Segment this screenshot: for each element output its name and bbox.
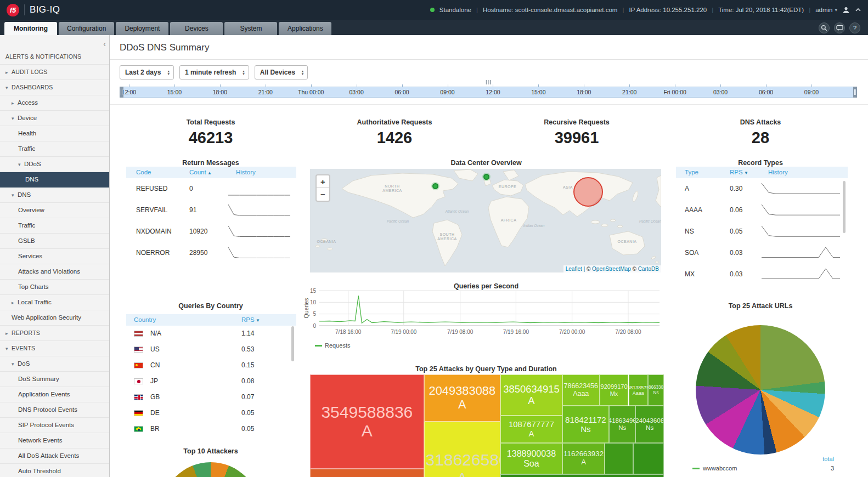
sidebar-item-reports[interactable]: ▸REPORTS xyxy=(0,326,109,341)
cell-count: 0 xyxy=(189,178,193,200)
country-table-scrollbar[interactable] xyxy=(291,326,294,361)
sidebar-item-label: ALERTS & NOTIFICATIONS xyxy=(5,53,81,60)
device-select[interactable]: All Devices▴▾ xyxy=(255,65,308,80)
sidebar-item-all-dos-attack-events[interactable]: All DoS Attack Events xyxy=(0,448,109,464)
tab-deployment[interactable]: Deployment xyxy=(116,22,168,35)
section-title-queries-by-country: Queries By Country xyxy=(178,302,243,310)
topbar-divider xyxy=(24,4,25,15)
attack-marker[interactable] xyxy=(573,177,603,207)
chevron-down-icon: ▾ xyxy=(835,7,837,13)
sidebar-item-events[interactable]: ▾EVENTS xyxy=(0,341,109,356)
timeline-left-handle[interactable] xyxy=(120,87,123,98)
sidebar-item-health[interactable]: Health xyxy=(0,126,109,141)
tab-monitoring[interactable]: Monitoring xyxy=(4,22,57,35)
sidebar-item-ddos[interactable]: ▾DDoS xyxy=(0,157,109,172)
stat-label: DNS Attacks xyxy=(740,118,781,126)
data-center-map[interactable]: NORTHAMERICASOUTHAMERICAEUROPEAFRICAASIA… xyxy=(310,169,661,272)
top-attackers-pie xyxy=(161,462,260,477)
column-header-rps[interactable]: RPS ▼ xyxy=(730,167,748,179)
sidebar-item-top-charts[interactable]: Top Charts xyxy=(0,280,109,295)
sidebar-item-gslb[interactable]: GSLB xyxy=(0,234,109,249)
sort-desc-icon: ▼ xyxy=(743,171,748,175)
timeline-tick-label: 06:00 xyxy=(759,87,773,97)
separator: | xyxy=(712,7,713,13)
user-menu[interactable]: admin▾ xyxy=(815,7,837,13)
sidebar-item-dashboards[interactable]: ▾DASHBOARDS xyxy=(0,80,109,95)
timeline-grip[interactable] xyxy=(486,80,491,84)
column-header-code[interactable]: Code xyxy=(136,167,151,178)
treemap-cell-label: 3549588836A xyxy=(321,403,413,440)
history-sparkline xyxy=(228,203,291,219)
cell-rps: 0.30 xyxy=(730,178,742,200)
sidebar-item-label: Application Events xyxy=(18,391,70,398)
sidebar-item-services[interactable]: Services xyxy=(0,249,109,264)
refresh-interval-select[interactable]: 1 minute refresh▴▾ xyxy=(179,65,249,80)
record-types-scrollbar[interactable] xyxy=(843,181,846,233)
sidebar-item-sip-protocol-events[interactable]: SIP Protocol Events xyxy=(0,418,109,433)
sidebar-item-dos[interactable]: ▾DoS xyxy=(0,356,109,372)
column-header-country[interactable]: Country xyxy=(134,314,156,326)
timeline-tickmark xyxy=(129,84,129,87)
sidebar-item-label: REPORTS xyxy=(12,330,40,336)
sidebar-item-network-events[interactable]: Network Events xyxy=(0,433,109,448)
sidebar-item-traffic[interactable]: Traffic xyxy=(0,141,109,157)
treemap-cell-label: 1162663932A xyxy=(563,450,604,467)
column-header-rps[interactable]: RPS ▼ xyxy=(241,314,260,326)
y-axis-label: Queries xyxy=(303,298,309,319)
tab-system[interactable]: System xyxy=(224,22,277,35)
timeline-tick-label: 21:00 xyxy=(258,87,273,97)
sidebar-item-dos-summary[interactable]: DoS Summary xyxy=(0,372,109,387)
tab-devices[interactable]: Devices xyxy=(170,22,223,35)
sidebar-item-local-traffic[interactable]: ▸Local Traffic xyxy=(0,295,109,310)
legend-total-header[interactable]: total xyxy=(692,456,834,462)
sidebar-item-overview[interactable]: Overview xyxy=(0,203,109,218)
table-row: GB0.07 xyxy=(126,389,296,405)
sidebar-item-dns[interactable]: DNS xyxy=(0,172,109,188)
carto-link[interactable]: CartoDB xyxy=(638,266,659,272)
cell-rps: 1.14 xyxy=(241,326,254,342)
timeline-right-handle[interactable] xyxy=(853,87,857,98)
tab-applications[interactable]: Applications xyxy=(279,22,331,35)
help-icon[interactable]: ? xyxy=(849,22,860,33)
top-attack-urls-pie xyxy=(696,325,825,455)
column-header-history[interactable]: History xyxy=(236,167,256,178)
sidebar-item-access[interactable]: ▸Access xyxy=(0,95,109,111)
leaflet-link[interactable]: Leaflet xyxy=(566,266,582,272)
zoom-out-button[interactable]: − xyxy=(317,188,329,201)
sidebar-collapse-icon[interactable]: ‹ xyxy=(103,40,106,48)
treemap-cell-818421172: 818421172Ns xyxy=(562,406,609,443)
column-header-history[interactable]: History xyxy=(768,167,788,178)
ocean-label: Indian Ocean xyxy=(523,224,545,228)
column-header-type[interactable]: Type xyxy=(685,167,698,178)
chevron-up-icon[interactable] xyxy=(855,7,861,13)
chat-icon[interactable] xyxy=(834,22,845,33)
user-icon[interactable] xyxy=(842,6,850,14)
legend-swatch xyxy=(315,345,322,347)
sidebar-item-web-application-security[interactable]: Web Application Security xyxy=(0,310,109,326)
continent-label: NORTHAMERICA xyxy=(382,184,402,192)
sidebar-item-auto-threshold[interactable]: Auto Threshold xyxy=(0,464,109,477)
history-sparkline xyxy=(761,246,841,262)
sidebar-item-application-events[interactable]: Application Events xyxy=(0,387,109,402)
sidebar-item-audit-logs[interactable]: ▸AUDIT LOGS xyxy=(0,65,109,80)
column-header-count[interactable]: Count ▲ xyxy=(189,167,212,179)
timeline-tick-label: 12:00 xyxy=(122,87,136,97)
data-center-marker[interactable] xyxy=(432,183,438,189)
data-center-marker[interactable] xyxy=(483,174,489,180)
sidebar-item-dns-2[interactable]: ▾DNS xyxy=(0,188,109,203)
time-range-select[interactable]: Last 2 days▴▾ xyxy=(120,65,174,80)
timeline-slider[interactable]: 12:0015:0018:0021:00Thu 00:0003:0006:000… xyxy=(120,80,857,99)
osm-link[interactable]: OpenStreetMap xyxy=(592,266,631,272)
chevron-right-icon: ▸ xyxy=(5,326,12,341)
zoom-in-button[interactable]: + xyxy=(317,175,329,188)
sidebar-item-traffic-2[interactable]: Traffic xyxy=(0,218,109,234)
search-icon[interactable] xyxy=(819,22,830,33)
table-header: TypeRPS ▼History xyxy=(676,167,848,178)
cell-count: 10920 xyxy=(189,221,207,242)
timeline-band[interactable]: 12:0015:0018:0021:00Thu 00:0003:0006:000… xyxy=(120,87,857,98)
sidebar-item-alerts-notifications[interactable]: ALERTS & NOTIFICATIONS xyxy=(0,49,109,65)
sidebar-item-dns-protocol-events[interactable]: DNS Protocol Events xyxy=(0,402,109,418)
tab-configuration[interactable]: Configuration xyxy=(59,22,114,35)
sidebar-item-device[interactable]: ▾Device xyxy=(0,111,109,126)
sidebar-item-attacks-and-violations[interactable]: Attacks and Violations xyxy=(0,264,109,280)
